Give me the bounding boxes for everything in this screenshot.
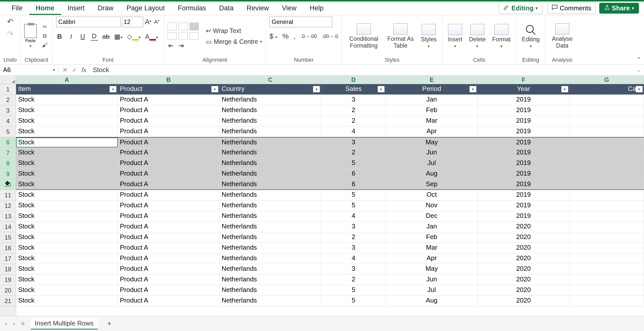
cell[interactable]: 2020 <box>478 243 570 253</box>
paste-button[interactable]: Paste ▾ <box>24 24 37 48</box>
cell[interactable]: Jul <box>386 285 478 295</box>
col-header-D[interactable]: D <box>321 76 386 84</box>
cell[interactable]: 5 <box>321 190 386 200</box>
cell[interactable]: Feb <box>386 232 478 243</box>
decrease-decimal-button[interactable]: .00→.0 <box>322 34 338 39</box>
col-header-F[interactable]: F <box>478 76 570 84</box>
undo-button[interactable]: ↶ <box>5 17 16 26</box>
cell[interactable]: 6 <box>321 179 386 189</box>
cell[interactable]: 2020 <box>478 253 570 264</box>
cancel-formula-button[interactable]: ✕ <box>62 67 67 74</box>
cell[interactable] <box>570 126 644 137</box>
copy-button[interactable]: ⧉ <box>41 33 49 40</box>
cell[interactable]: Stock <box>16 158 118 169</box>
expand-formula-bar-button[interactable]: ⌄ <box>633 67 644 73</box>
cell[interactable] <box>570 169 644 179</box>
fill-color-button[interactable]: ◇▾ <box>127 33 141 41</box>
cell[interactable]: Netherlands <box>220 275 321 285</box>
row-header-17[interactable]: 17 <box>0 253 16 264</box>
cell[interactable] <box>570 179 644 189</box>
col-header-A[interactable]: A <box>16 76 118 84</box>
filter-button[interactable]: ▾ <box>378 86 385 92</box>
cell[interactable]: Netherlands <box>220 179 321 189</box>
cell[interactable]: Product A <box>118 105 219 116</box>
cell[interactable]: Stock <box>16 232 118 243</box>
decrease-indent-button[interactable]: ⇤ <box>168 42 175 50</box>
cell[interactable]: 2 <box>321 105 386 116</box>
row-header-20[interactable]: 20 <box>0 285 16 296</box>
column-headers[interactable]: ABCDEFG <box>16 76 644 84</box>
cell[interactable] <box>570 253 644 264</box>
cell[interactable] <box>570 116 644 126</box>
header-cell-item[interactable]: Item▾ <box>16 84 118 94</box>
share-button[interactable]: Share ▾ <box>599 3 639 14</box>
cell-styles-button[interactable]: Styles▾ <box>419 24 439 49</box>
sheet-nav-prev[interactable]: ‹ <box>5 320 7 327</box>
cell[interactable]: 2 <box>321 148 386 158</box>
cell[interactable] <box>570 296 644 306</box>
cell[interactable]: 2 <box>321 116 386 126</box>
row-header-8[interactable]: 8 <box>0 158 16 169</box>
cell[interactable]: Netherlands <box>220 190 321 200</box>
row-header-21[interactable]: 21 <box>0 296 16 306</box>
cell[interactable] <box>570 232 644 243</box>
cell[interactable]: Nov <box>386 201 478 211</box>
cell[interactable]: 2020 <box>478 232 570 243</box>
row-header-14[interactable]: 14 <box>0 222 16 232</box>
cell[interactable]: Netherlands <box>220 105 321 116</box>
menu-review[interactable]: Review <box>240 2 275 15</box>
cell[interactable]: Netherlands <box>220 126 321 137</box>
cell[interactable]: Netherlands <box>220 201 321 211</box>
menu-file[interactable]: File <box>5 2 29 15</box>
analyse-data-button[interactable]: Analyse Data <box>549 23 576 49</box>
cell[interactable]: Sep <box>386 179 478 189</box>
cell[interactable]: 3 <box>321 222 386 232</box>
font-size-select[interactable] <box>122 17 143 27</box>
cell[interactable]: Mar <box>386 116 478 126</box>
cell[interactable]: Aug <box>386 296 478 306</box>
cell[interactable]: Mar <box>386 243 478 253</box>
cell[interactable]: Product A <box>118 222 219 232</box>
cell[interactable]: Stock <box>16 138 118 147</box>
cell[interactable]: Product A <box>118 275 219 285</box>
cell[interactable]: 2019 <box>478 138 570 147</box>
cell[interactable]: Product A <box>118 253 219 264</box>
cell[interactable]: Product A <box>118 169 219 179</box>
row-header-19[interactable]: 19 <box>0 275 16 285</box>
row-header-16[interactable]: 16 <box>0 243 16 253</box>
cell[interactable]: Jun <box>386 148 478 158</box>
cell[interactable]: Product A <box>118 126 219 137</box>
cell-grid[interactable]: Item▾Product▾Country▾Sales▾Period▾Year▾C… <box>16 84 644 316</box>
cell[interactable] <box>570 264 644 274</box>
cell[interactable]: Netherlands <box>220 211 321 221</box>
cell[interactable]: Product A <box>118 264 219 274</box>
cell[interactable]: Product A <box>118 116 219 126</box>
cell[interactable]: Aug <box>386 169 478 179</box>
increase-indent-button[interactable]: ⇥ <box>178 42 185 50</box>
editing-menu-button[interactable]: Editing▾ <box>520 24 542 49</box>
menu-formulas[interactable]: Formulas <box>171 2 213 15</box>
cell[interactable]: Stock <box>16 243 118 253</box>
format-painter-button[interactable]: 🖌 <box>41 42 49 49</box>
cell[interactable]: Netherlands <box>220 296 321 306</box>
cell[interactable]: Apr <box>386 253 478 264</box>
delete-cells-button[interactable]: Delete▾ <box>467 24 488 49</box>
insert-cells-button[interactable]: Insert▾ <box>446 24 465 49</box>
grow-font-button[interactable]: A▴ <box>145 18 152 26</box>
cell[interactable]: Stock <box>16 116 118 126</box>
cell[interactable]: 3 <box>321 243 386 253</box>
menu-home[interactable]: Home <box>29 2 61 15</box>
cell[interactable] <box>570 105 644 116</box>
cell[interactable]: Stock <box>16 105 118 116</box>
shrink-font-button[interactable]: A▾ <box>153 19 160 25</box>
cell[interactable]: Stock <box>16 201 118 211</box>
cell[interactable] <box>570 285 644 295</box>
cell[interactable]: 6 <box>321 169 386 179</box>
fx-icon[interactable]: fx <box>82 67 86 74</box>
cell[interactable]: 2020 <box>478 285 570 295</box>
col-header-G[interactable]: G <box>570 76 644 84</box>
new-sheet-button[interactable]: + <box>104 319 115 328</box>
cell[interactable]: Apr <box>386 126 478 137</box>
comma-format-button[interactable]: , <box>294 32 296 40</box>
cell[interactable]: Netherlands <box>220 264 321 274</box>
